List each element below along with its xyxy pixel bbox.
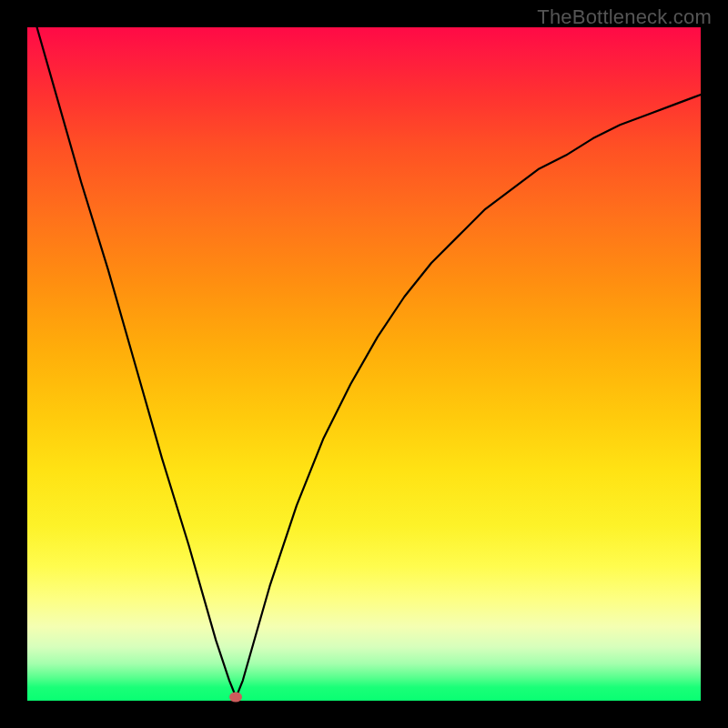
bottleneck-curve [27, 27, 701, 701]
plot-area [27, 27, 701, 701]
optimal-point-marker [229, 693, 242, 703]
watermark-text: TheBottleneck.com [537, 5, 712, 29]
